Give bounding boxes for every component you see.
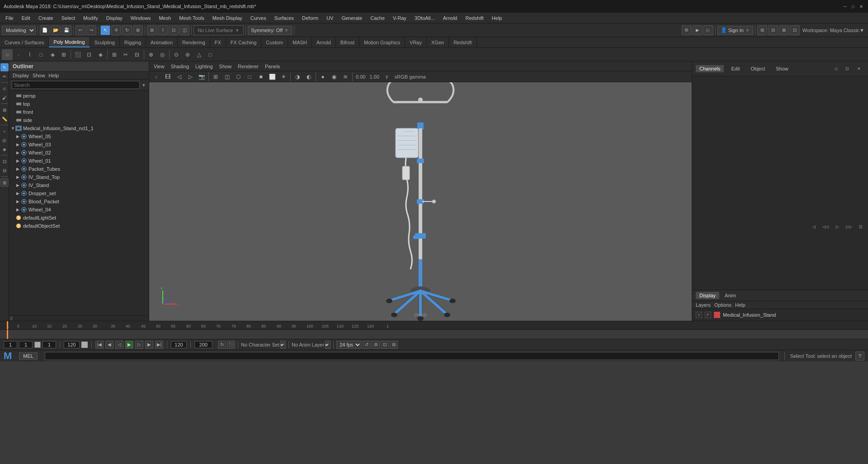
outliner-help-menu[interactable]: Help xyxy=(49,73,59,78)
tool-icon2[interactable]: ◎ xyxy=(0,136,9,144)
anim-icon1[interactable]: ⊡ xyxy=(381,341,389,349)
layer-icon1[interactable]: ◁ xyxy=(808,221,819,232)
next-key-btn[interactable]: ▷ xyxy=(135,341,143,349)
icon-bevel[interactable]: ◈ xyxy=(95,49,106,60)
save-file-btn[interactable]: 💾 xyxy=(61,25,71,35)
tool-paint2[interactable]: 🖌 xyxy=(0,94,9,102)
menu-curves[interactable]: Curves xyxy=(247,14,270,22)
tab-arnold[interactable]: Arnold xyxy=(312,37,336,47)
workspace-icon4[interactable]: ⊡ xyxy=(790,25,800,35)
vp-menu-renderer[interactable]: Renderer xyxy=(235,64,261,69)
menu-vray[interactable]: V-Ray xyxy=(389,14,410,22)
move-tool-btn[interactable]: ✛ xyxy=(111,25,121,35)
render-btn[interactable]: ▶ xyxy=(693,25,703,35)
tab-animation[interactable]: Animation xyxy=(146,37,178,47)
new-file-btn[interactable]: 📄 xyxy=(40,25,50,35)
layer-color-swatch[interactable] xyxy=(714,312,720,318)
playback-end-input[interactable] xyxy=(64,341,80,348)
tab-poly-modeling[interactable]: Poly Modeling xyxy=(49,37,90,47)
next-frame-btn[interactable]: ▶ xyxy=(145,341,153,349)
tab-sculpting[interactable]: Sculpting xyxy=(90,37,120,47)
disp-help-menu[interactable]: Help xyxy=(735,302,745,308)
search-filter-btn[interactable]: ▼ xyxy=(142,83,146,88)
icon-select-object[interactable]: ○ xyxy=(2,49,13,60)
tree-item-persp[interactable]: persp xyxy=(9,92,149,100)
anim-prefs-btn[interactable]: ⚙ xyxy=(372,341,380,349)
vp-icon-film[interactable]: 🎞 xyxy=(162,71,173,82)
maximize-button[interactable]: □ xyxy=(850,3,856,9)
playhead[interactable] xyxy=(7,321,8,329)
menu-file[interactable]: File xyxy=(2,14,17,22)
vp-icon-wireframe[interactable]: □ xyxy=(244,71,255,82)
prev-frame-btn[interactable]: ◀ xyxy=(105,341,113,349)
vp-menu-shading[interactable]: Shading xyxy=(168,64,192,69)
menu-help[interactable]: Help xyxy=(488,14,506,22)
icon-smooth[interactable]: ⊙ xyxy=(171,49,182,60)
close-button[interactable]: ✕ xyxy=(858,3,864,9)
anim-icon2[interactable]: ⊞ xyxy=(390,341,398,349)
vp-icon-shadow[interactable]: ● xyxy=(317,71,328,82)
start-frame-input[interactable] xyxy=(4,341,17,348)
vp-icon-grid[interactable]: ⊞ xyxy=(210,71,221,82)
icon-target-weld[interactable]: ◎ xyxy=(157,49,168,60)
autokey-btn[interactable]: ⚫ xyxy=(227,341,235,349)
anim-max-input[interactable] xyxy=(194,341,212,348)
timeline-ruler[interactable]: 1 5 10 15 20 25 30 35 40 45 50 55 60 65 … xyxy=(0,321,868,330)
tree-item-top[interactable]: top xyxy=(9,100,149,108)
vp-icon-ao[interactable]: ◉ xyxy=(329,71,340,82)
tab-object[interactable]: Object xyxy=(747,65,769,72)
tool-icon3[interactable]: ◈ xyxy=(0,145,9,153)
tree-item-default-object-set[interactable]: defaultObjectSet xyxy=(9,222,149,230)
vp-icon-texture[interactable]: ⬜ xyxy=(267,71,278,82)
snap-grid-btn[interactable]: ⊞ xyxy=(147,25,157,35)
icon-triangulate[interactable]: △ xyxy=(193,49,204,60)
layer-icon2[interactable]: ◁◁ xyxy=(820,221,831,232)
expand-icon[interactable]: ◁ xyxy=(830,63,841,74)
icon-select-uvshell[interactable]: ⊞ xyxy=(58,49,69,60)
skip-start-btn[interactable]: |◀ xyxy=(95,341,104,349)
tab-anim[interactable]: Anim xyxy=(721,292,740,299)
icon-subdivide[interactable]: ⊚ xyxy=(182,49,193,60)
tool-icon5[interactable]: ⊟ xyxy=(0,166,9,174)
tool-paint[interactable]: ✏ xyxy=(0,72,9,80)
tab-channels[interactable]: Channels xyxy=(696,65,724,72)
disp-options-menu[interactable]: Options xyxy=(714,302,731,308)
tab-motion-graphics[interactable]: Motion Graphics xyxy=(359,37,405,47)
menu-windows[interactable]: Windows xyxy=(127,14,155,22)
tree-item-iv-stand-top[interactable]: ▶ IV_Stand_Top xyxy=(9,173,149,181)
vp-icon-motion-blur[interactable]: ≋ xyxy=(340,71,351,82)
live-surface-btn[interactable]: No Live Surface ▼ xyxy=(193,25,244,35)
redo-btn[interactable]: ↪ xyxy=(86,25,96,35)
viewport-canvas[interactable]: X Y Z persp xyxy=(149,82,692,321)
vp-icon-gamma[interactable]: γ xyxy=(382,71,392,82)
mel-script-type[interactable]: MEL xyxy=(19,352,38,360)
skip-end-btn[interactable]: ▶| xyxy=(155,341,163,349)
tab-show[interactable]: Show xyxy=(772,65,792,72)
character-set-dropdown[interactable] xyxy=(280,341,286,349)
menu-mesh-tools[interactable]: Mesh Tools xyxy=(175,14,208,22)
ipr-btn[interactable]: ▷ xyxy=(703,25,713,35)
icon-select-edge[interactable]: ⌇ xyxy=(24,49,35,60)
anim-end-input[interactable] xyxy=(171,341,187,348)
tree-item-packet-tubes[interactable]: ▶ Packet_Tubes xyxy=(9,165,149,173)
tab-redshift[interactable]: Redshift xyxy=(449,37,476,47)
tab-mash[interactable]: MASH xyxy=(288,37,312,47)
icon-connect[interactable]: ⊟ xyxy=(132,49,142,60)
menu-modify[interactable]: Modify xyxy=(80,14,101,22)
layer-visibility-btn[interactable]: V xyxy=(696,312,702,318)
render-settings-btn[interactable]: ⚙ xyxy=(682,25,692,35)
play-btn[interactable]: ▶ xyxy=(125,341,133,349)
tool-icon4[interactable]: ⊡ xyxy=(0,157,9,165)
tab-display[interactable]: Display xyxy=(696,292,719,299)
tab-fx-caching[interactable]: FX Caching xyxy=(226,37,261,47)
tree-item-front[interactable]: front xyxy=(9,108,149,116)
tool-select[interactable]: ↖ xyxy=(0,63,9,71)
tool-icon1[interactable]: ○ xyxy=(0,127,9,135)
search-input[interactable] xyxy=(12,81,140,89)
menu-surfaces[interactable]: Surfaces xyxy=(271,14,297,22)
icon-bridge[interactable]: ⊡ xyxy=(84,49,94,60)
icon-quadrangulate[interactable]: □ xyxy=(205,49,216,60)
playback-options-btn[interactable]: ↺ xyxy=(363,341,371,349)
undo-btn[interactable]: ↩ xyxy=(75,25,85,35)
select-tool-btn[interactable]: ↖ xyxy=(100,25,110,35)
